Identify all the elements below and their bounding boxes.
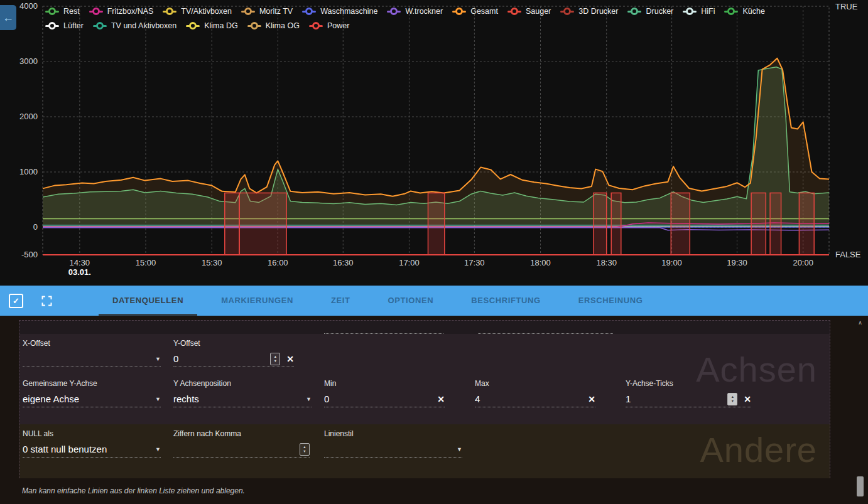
field-label: Gemeinsame Y-Achse xyxy=(23,379,161,388)
min-input[interactable]: 0 ✕ xyxy=(324,392,445,407)
tab-beschriftung[interactable]: BESCHRIFTUNG xyxy=(452,286,559,316)
y-achse-ticks-clear-icon[interactable]: ✕ xyxy=(744,394,751,404)
dropdown-caret-icon: ▼ xyxy=(155,356,161,362)
legend-marker-icon xyxy=(45,25,59,27)
legend-item-fritzbox-nas[interactable]: Fritzbox/NAS xyxy=(89,7,154,16)
field-gemeinsame-y-achse: Gemeinsame Y-Achse eigene Achse ▼ xyxy=(23,379,161,407)
legend-item-lüfter[interactable]: Lüfter xyxy=(45,21,84,30)
field-min: Min 0 ✕ xyxy=(324,379,445,407)
field-label: Y-Achse-Ticks xyxy=(626,379,751,388)
settings-content: Achsen X-Offset ▼ Y-Offset 0 ▴ ▾ xyxy=(19,320,830,478)
legend-label: Moritz TV xyxy=(259,7,293,16)
legend-item-klima-og[interactable]: Klima OG xyxy=(247,21,300,30)
collapse-left-panel-button[interactable]: ← xyxy=(0,5,16,30)
legend-marker-icon xyxy=(93,25,107,27)
legend-item-sauger[interactable]: Sauger xyxy=(507,7,551,16)
field-linienstil: Linienstil ▼ xyxy=(324,429,462,458)
state-box-power xyxy=(770,193,781,255)
field-label: X-Offset xyxy=(23,339,161,348)
gemeinsame-y-achse-select[interactable]: eigene Achse ▼ xyxy=(23,392,161,407)
y-offset-clear-icon[interactable]: ✕ xyxy=(286,354,294,364)
min-value: 0 xyxy=(324,394,431,404)
legend-item-3d-drucker[interactable]: 3D Drucker xyxy=(560,7,618,16)
legend-item-rest[interactable]: Rest xyxy=(45,7,80,16)
legend-label: TV/Aktivboxen xyxy=(181,7,232,16)
chart-panel: ← 40003000200010000-50014:3015:0015:3016… xyxy=(0,0,868,286)
y-axis-label: 2000 xyxy=(19,112,38,121)
field-label: Y-Offset xyxy=(173,339,294,348)
y-offset-input[interactable]: 0 ▴ ▾ ✕ xyxy=(173,352,294,367)
fullscreen-icon[interactable] xyxy=(40,294,53,308)
tab-zeit[interactable]: ZEIT xyxy=(312,286,369,316)
legend-marker-icon xyxy=(627,11,641,13)
null-als-select[interactable]: 0 statt null benutzen ▼ xyxy=(23,442,161,458)
x-axis-label: 19:30 xyxy=(727,258,747,267)
watermark-andere: Andere xyxy=(700,429,817,470)
state-box-power xyxy=(594,193,607,255)
legend-item-gesamt[interactable]: Gesamt xyxy=(452,7,498,16)
max-input[interactable]: 4 ✕ xyxy=(475,392,595,407)
legend-item-drucker[interactable]: Drucker xyxy=(627,7,673,16)
legend-item-tv-aktivboxen[interactable]: TV/Aktivboxen xyxy=(163,7,232,16)
legend-marker-icon xyxy=(683,11,697,13)
legend-label: Sauger xyxy=(526,7,551,16)
legend-label: Gesamt xyxy=(470,7,498,16)
legend-marker-icon xyxy=(309,25,323,27)
state-box-power xyxy=(751,193,766,255)
legend-marker-icon xyxy=(45,11,59,13)
section-achsen: Achsen X-Offset ▼ Y-Offset 0 ▴ ▾ xyxy=(19,334,830,424)
chart-plot[interactable]: 40003000200010000-50014:3015:0015:3016:0… xyxy=(0,0,868,286)
legend-marker-icon xyxy=(241,11,255,13)
legend-item-klima-dg[interactable]: Klima DG xyxy=(186,21,237,30)
legend-item-hifi[interactable]: HiFi xyxy=(683,7,715,16)
x-axis-label: 19:00 xyxy=(661,258,682,267)
y-achsenposition-select[interactable]: rechts ▼ xyxy=(173,392,312,407)
y-achse-ticks-input[interactable]: 1 ▴ ▾ ✕ xyxy=(626,392,751,407)
y-axis-label: 1000 xyxy=(19,167,38,176)
partial-input-2[interactable] xyxy=(478,328,613,334)
y-axis-label: 0 xyxy=(33,222,38,232)
x-axis-label: 14:30 xyxy=(70,258,90,267)
dropdown-caret-icon: ▼ xyxy=(306,396,312,402)
legend-item-power[interactable]: Power xyxy=(309,21,349,30)
legend-item-waschmaschine[interactable]: Waschmaschine xyxy=(302,7,377,16)
linienstil-select[interactable]: ▼ xyxy=(324,442,462,458)
ziffern-nach-komma-spinner[interactable]: ▴ ▾ xyxy=(300,443,310,456)
tab-optionen[interactable]: OPTIONEN xyxy=(369,286,453,316)
y-achse-ticks-spinner[interactable]: ▴ ▾ xyxy=(727,393,737,405)
legend-label: Klima DG xyxy=(204,21,237,30)
legend-marker-icon xyxy=(186,25,200,27)
x-axis-label: 16:30 xyxy=(333,258,354,267)
chart-legend: RestFritzbox/NASTV/AktivboxenMoritz TVWa… xyxy=(45,7,833,36)
partial-input-1[interactable] xyxy=(324,328,443,334)
scroll-up-icon[interactable]: ∧ xyxy=(856,319,864,326)
y-offset-spinner[interactable]: ▴ ▾ xyxy=(270,353,280,365)
tab-markierungen[interactable]: MARKIERUNGEN xyxy=(202,286,312,316)
legend-item-w-trockner[interactable]: W.trockner xyxy=(387,7,443,16)
legend-item-tv-und-aktivboxen[interactable]: TV und Aktivboxen xyxy=(93,21,176,30)
x-offset-select[interactable]: ▼ xyxy=(23,352,161,367)
x-axis-label: 16:00 xyxy=(268,258,288,267)
tab-erscheinung[interactable]: ERSCHEINUNG xyxy=(560,286,662,316)
legend-label: Lüfter xyxy=(63,21,84,30)
legend-label: Drucker xyxy=(646,7,673,16)
field-label: Min xyxy=(324,379,445,388)
legend-marker-icon xyxy=(560,11,574,13)
legend-label: 3D Drucker xyxy=(578,7,618,16)
ziffern-nach-komma-input[interactable]: ▴ ▾ xyxy=(173,442,310,458)
state-box-power xyxy=(799,193,814,255)
fullscreen-corners-icon xyxy=(40,294,53,308)
max-clear-icon[interactable]: ✕ xyxy=(588,394,595,404)
legend-item-küche[interactable]: Küche xyxy=(724,7,764,16)
state-box-power xyxy=(611,193,621,255)
right-axis-false-label: FALSE xyxy=(835,250,861,259)
scrollbar-thumb[interactable] xyxy=(857,476,864,496)
y-achsenposition-value: rechts xyxy=(173,394,302,404)
dropdown-caret-icon: ▼ xyxy=(457,446,462,453)
field-ziffern-nach-komma: Ziffern nach Komma ▴ ▾ xyxy=(173,429,310,458)
field-null-als: NULL als 0 statt null benutzen ▼ xyxy=(23,429,161,458)
legend-item-moritz-tv[interactable]: Moritz TV xyxy=(241,7,293,16)
enabled-checkbox[interactable]: ✓ xyxy=(9,294,23,308)
tab-datenquellen[interactable]: DATENQUELLEN xyxy=(94,286,202,316)
min-clear-icon[interactable]: ✕ xyxy=(437,394,445,404)
